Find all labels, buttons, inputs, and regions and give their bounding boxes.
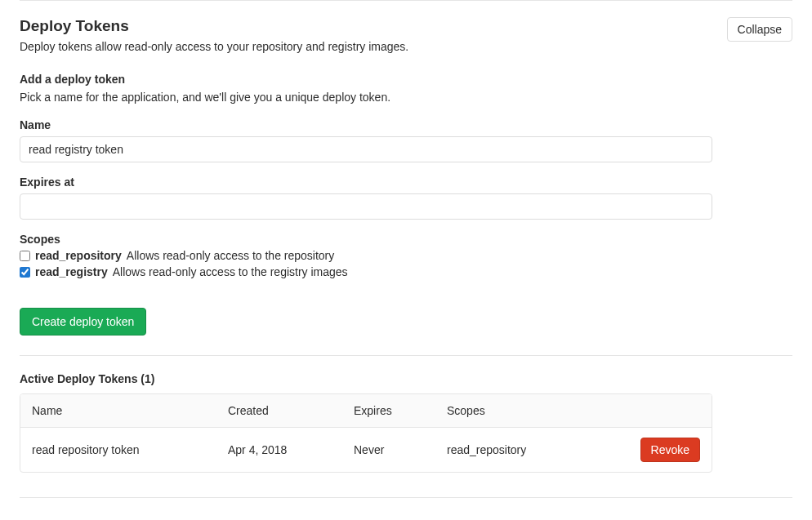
scope-desc: Allows read-only access to the registry …: [113, 265, 348, 278]
col-action: [638, 401, 712, 420]
table-row: read repository token Apr 4, 2018 Never …: [20, 428, 712, 472]
scope-desc: Allows read-only access to the repositor…: [127, 249, 334, 262]
page-description: Deploy tokens allow read-only access to …: [20, 40, 408, 53]
expires-input[interactable]: [20, 193, 712, 220]
scope-name: read_repository: [35, 249, 122, 262]
active-tokens-table: Name Created Expires Scopes read reposit…: [20, 393, 712, 473]
col-expires: Expires: [342, 394, 435, 427]
expires-label: Expires at: [20, 176, 792, 189]
cell-created: Apr 4, 2018: [216, 433, 342, 466]
scopes-label: Scopes: [20, 233, 792, 246]
page-title: Deploy Tokens: [20, 17, 408, 35]
name-label: Name: [20, 118, 792, 131]
col-created: Created: [216, 394, 342, 427]
active-tokens-heading: Active Deploy Tokens (1): [20, 372, 792, 385]
create-token-button[interactable]: Create deploy token: [20, 308, 146, 336]
scope-checkbox-read-repository[interactable]: [20, 251, 30, 261]
add-token-description: Pick a name for the application, and we'…: [20, 91, 792, 104]
scope-row-read-registry: read_registry Allows read-only access to…: [20, 265, 792, 278]
scope-name: read_registry: [35, 265, 108, 278]
cell-expires: Never: [342, 433, 435, 466]
revoke-button[interactable]: Revoke: [640, 438, 700, 462]
col-name: Name: [20, 394, 216, 427]
table-header-row: Name Created Expires Scopes: [20, 394, 712, 428]
scope-checkbox-read-registry[interactable]: [20, 267, 30, 278]
name-input[interactable]: [20, 136, 712, 162]
cell-scopes: read_repository: [435, 433, 629, 466]
col-scopes: Scopes: [435, 394, 638, 427]
scope-row-read-repository: read_repository Allows read-only access …: [20, 249, 792, 262]
collapse-button[interactable]: Collapse: [727, 17, 792, 42]
cell-name: read repository token: [20, 433, 216, 466]
add-token-heading: Add a deploy token: [20, 73, 792, 86]
